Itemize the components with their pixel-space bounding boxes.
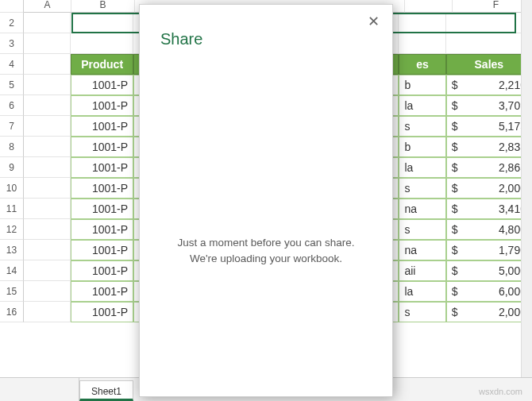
cell[interactable]	[24, 157, 71, 178]
product-cell[interactable]: 1001-P	[71, 199, 133, 219]
product-cell[interactable]: 1001-P	[71, 137, 133, 157]
cell[interactable]	[446, 13, 532, 33]
sales-cell[interactable]: $5,000	[446, 260, 532, 281]
region-cell[interactable]: la	[399, 157, 445, 178]
row-header[interactable]: 3	[0, 33, 24, 54]
sales-cell[interactable]: $1,790	[446, 240, 532, 260]
watermark-text: wsxdn.com	[479, 387, 522, 396]
currency-symbol: $	[452, 158, 458, 177]
row-header[interactable]: 10	[0, 178, 24, 199]
cell[interactable]	[24, 75, 71, 95]
currency-symbol: $	[452, 117, 458, 136]
cell[interactable]	[446, 33, 532, 54]
region-cell[interactable]: b	[399, 75, 445, 95]
cell[interactable]	[24, 178, 71, 199]
row-header[interactable]: 8	[0, 137, 24, 157]
row-header[interactable]: 11	[0, 199, 24, 219]
cell[interactable]	[24, 13, 71, 33]
product-cell[interactable]: 1001-P	[71, 302, 133, 322]
select-all-corner[interactable]	[0, 0, 24, 13]
currency-symbol: $	[452, 75, 458, 94]
currency-symbol: $	[452, 282, 458, 301]
sales-cell[interactable]: $2,863	[446, 157, 532, 178]
close-icon: ✕	[368, 13, 380, 29]
sales-cell[interactable]: $2,000	[446, 178, 532, 199]
currency-symbol: $	[452, 261, 458, 280]
product-cell[interactable]: 1001-P	[71, 116, 133, 137]
product-cell[interactable]: 1001-P	[71, 75, 133, 95]
row-header[interactable]: 14	[0, 260, 24, 281]
dialog-title: Share	[140, 5, 392, 48]
product-cell[interactable]: 1001-P	[71, 240, 133, 260]
sales-cell[interactable]: $3,410	[446, 199, 532, 219]
region-cell[interactable]: na	[399, 240, 445, 260]
col-header-f[interactable]: F	[453, 0, 532, 13]
row-header[interactable]: 15	[0, 281, 24, 302]
currency-symbol: $	[452, 303, 458, 322]
product-cell[interactable]: 1001-P	[71, 95, 133, 116]
currency-symbol: $	[452, 241, 458, 260]
table-header-region[interactable]: es	[399, 54, 445, 75]
currency-symbol: $	[452, 179, 458, 198]
currency-symbol: $	[452, 96, 458, 115]
sales-cell[interactable]: $4,800	[446, 219, 532, 240]
cell[interactable]	[24, 219, 71, 240]
row-header[interactable]: 12	[0, 219, 24, 240]
region-cell[interactable]: la	[399, 281, 445, 302]
row-header[interactable]: 9	[0, 157, 24, 178]
product-cell[interactable]: 1001-P	[71, 260, 133, 281]
cell[interactable]	[24, 302, 71, 322]
row-header[interactable]: 7	[0, 116, 24, 137]
sales-cell[interactable]: $2,000	[446, 302, 532, 322]
region-cell[interactable]: na	[399, 199, 445, 219]
region-cell[interactable]: s	[399, 219, 445, 240]
cell[interactable]	[399, 13, 445, 33]
cell[interactable]	[24, 260, 71, 281]
cell[interactable]	[24, 33, 71, 54]
sales-cell[interactable]: $2,210	[446, 75, 532, 95]
cell[interactable]	[399, 33, 445, 54]
share-dialog: ✕ Share Just a moment before you can sha…	[139, 4, 393, 397]
cell[interactable]	[24, 95, 71, 116]
region-cell[interactable]: aii	[399, 260, 445, 281]
cell[interactable]	[24, 199, 71, 219]
sales-cell[interactable]: $5,175	[446, 116, 532, 137]
row-header[interactable]: 13	[0, 240, 24, 260]
row-header[interactable]: 5	[0, 75, 24, 95]
product-cell[interactable]: 1001-P	[71, 178, 133, 199]
currency-symbol: $	[452, 199, 458, 218]
col-header-b[interactable]: B	[71, 0, 135, 13]
cell[interactable]	[71, 13, 133, 33]
region-cell[interactable]: s	[399, 302, 445, 322]
table-header-sales[interactable]: Sales	[446, 54, 532, 75]
sales-cell[interactable]: $2,833	[446, 137, 532, 157]
row-header[interactable]: 6	[0, 95, 24, 116]
row-header[interactable]: 2	[0, 13, 24, 33]
tab-nav-spacer	[24, 378, 79, 401]
region-cell[interactable]: s	[399, 116, 445, 137]
currency-symbol: $	[452, 220, 458, 239]
close-button[interactable]: ✕	[365, 14, 381, 30]
product-cell[interactable]: 1001-P	[71, 157, 133, 178]
sales-cell[interactable]: $6,000	[446, 281, 532, 302]
region-cell[interactable]: b	[399, 137, 445, 157]
col-header-e[interactable]	[405, 0, 453, 13]
region-cell[interactable]: s	[399, 178, 445, 199]
cell[interactable]	[24, 281, 71, 302]
product-cell[interactable]: 1001-P	[71, 219, 133, 240]
row-header[interactable]: 16	[0, 302, 24, 322]
cell[interactable]	[24, 137, 71, 157]
currency-symbol: $	[452, 137, 458, 156]
cell[interactable]	[24, 54, 71, 75]
sales-cell[interactable]: $3,709	[446, 95, 532, 116]
table-header-product[interactable]: Product	[71, 54, 133, 75]
cell[interactable]	[24, 116, 71, 137]
cell[interactable]	[24, 240, 71, 260]
cell[interactable]	[71, 33, 133, 54]
region-cell[interactable]: la	[399, 95, 445, 116]
vertical-scrollbar[interactable]	[521, 0, 532, 377]
col-header-a[interactable]: A	[24, 0, 71, 13]
product-cell[interactable]: 1001-P	[71, 281, 133, 302]
row-header[interactable]: 4	[0, 54, 24, 75]
sheet-tab-active[interactable]: Sheet1	[79, 380, 133, 401]
